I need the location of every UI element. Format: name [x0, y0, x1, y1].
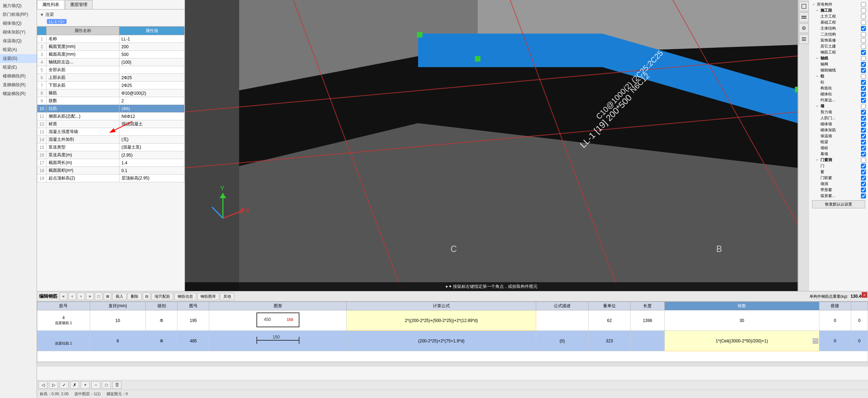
restore-default-button[interactable]: 恢复默认认设置 [812, 200, 865, 208]
rebar-formula[interactable]: 2*((200-2*25)+(500-2*25))+2*(12.89*d) [347, 310, 536, 331]
tree-child-带形窗[interactable]: 带形窗 [811, 187, 867, 193]
btn-rb4[interactable]: ✗ [70, 381, 79, 389]
section-checkbox[interactable] [861, 104, 866, 109]
tree-child-暗梁[interactable]: 暗梁 [811, 139, 867, 145]
prop-row-value[interactable] [119, 128, 184, 136]
tree-section-header[interactable]: − 墙 [811, 103, 867, 109]
sidebar-item-stair-r2[interactable]: 直梯梯段(R) [0, 81, 37, 89]
prop-row-4[interactable]: 4 轴线距左边... (100) [37, 58, 185, 66]
btn-rb7[interactable]: □ [102, 381, 111, 389]
prop-row-value[interactable]: (无) [119, 136, 184, 144]
tab-layer-mgmt[interactable]: 图层管理 [65, 0, 93, 9]
tree-section-header[interactable]: − 施工段 [811, 7, 867, 13]
collapse-icon[interactable]: − [815, 56, 820, 61]
prop-row-value[interactable]: LL-1 [119, 35, 184, 43]
tree-child-墙洞[interactable]: 墙洞 [811, 181, 867, 187]
rebar-count[interactable]: 1*(Ceil((3000-2*50)/200)+1) … [664, 331, 819, 351]
child-checkbox[interactable] [861, 44, 866, 49]
tree-child-装饰装修[interactable]: 装饰装修 [811, 37, 867, 43]
prop-row-value[interactable]: 1.4 [119, 159, 184, 167]
tree-child-剪力墙[interactable]: 剪力墙 [811, 109, 867, 115]
prop-row-12[interactable]: 12 材质 现浇混凝土 [37, 120, 185, 128]
btn-rb2[interactable]: ▷ [49, 381, 58, 389]
prop-row-9[interactable]: 9 肢数 2 [37, 97, 185, 105]
btn-rb8[interactable]: ☰ [112, 381, 122, 389]
close-rebar-panel[interactable]: × [862, 292, 867, 298]
btn-delete[interactable]: 删除 [128, 293, 142, 300]
child-checkbox[interactable] [861, 92, 866, 97]
icon-gear[interactable] [799, 23, 809, 33]
rebar-formula[interactable]: (200-2*25)+2*(75+1.9*d) [347, 331, 536, 351]
prop-row-value[interactable]: (100) [119, 58, 184, 66]
tree-child-弧形窗...[interactable]: 弧形窗... [811, 193, 867, 199]
icon-select[interactable] [799, 1, 809, 11]
btn-rb3[interactable]: ✓ [60, 381, 69, 389]
section-checkbox[interactable] [861, 8, 866, 13]
tree-child-砌体墙[interactable]: 砌体墙 [811, 121, 867, 127]
checkbox-all[interactable] [861, 2, 866, 7]
child-checkbox[interactable] [861, 188, 866, 192]
prop-row-11[interactable]: 11 侧面从筋(总配...) N6Φ12 [37, 113, 185, 120]
prop-row-value[interactable]: (2.95) [119, 151, 184, 159]
tree-child-辅助轴线[interactable]: 辅助轴线 [811, 67, 867, 73]
prop-row-3[interactable]: 3 截面高度(mm) 500 [37, 51, 185, 58]
tree-child-土方工程[interactable]: 土方工程 [811, 13, 867, 19]
section-checkbox[interactable] [861, 74, 866, 79]
child-checkbox[interactable] [861, 26, 866, 31]
child-checkbox[interactable] [861, 194, 866, 198]
prop-row-16[interactable]: 16 泵送高度(m) (2.95) [37, 151, 185, 159]
icon-scale[interactable]: ⊟ [143, 292, 150, 300]
child-checkbox[interactable] [861, 164, 866, 169]
sidebar-item-body[interactable]: 砌体墙(Q) [0, 19, 37, 28]
sidebar-item-load[interactable]: 施力墙(Q) [0, 1, 37, 10]
icon-list[interactable] [799, 34, 809, 44]
tree-child-窗[interactable]: 窗 [811, 169, 867, 175]
tree-section-header[interactable]: − 轴线 [811, 55, 867, 61]
sidebar-item-beam-a[interactable]: 暗梁(A) [0, 45, 37, 54]
tree-child-柱[interactable]: 柱 [811, 79, 867, 85]
child-checkbox[interactable] [861, 38, 866, 43]
collapse-icon[interactable]: − [815, 104, 820, 109]
prop-row-value[interactable]: 2Φ25 [119, 82, 184, 89]
btn-rebar-lib[interactable]: 钢筋图库 [197, 293, 219, 300]
tree-child-保温墙[interactable]: 保温墙 [811, 133, 867, 139]
viewport[interactable]: LL-1 [19] 200*500 C10@1000(2) (2C25:2C25… [185, 0, 798, 291]
prop-row-13[interactable]: 13 混凝土强度等级 [37, 128, 185, 136]
tree-child-二次结构[interactable]: 二次结构 [811, 31, 867, 37]
prop-row-value[interactable]: 500 [119, 51, 184, 58]
prop-row-15[interactable]: 15 泵送类型 (混凝土泵) [37, 144, 185, 151]
tree-child-门联窗[interactable]: 门联窗 [811, 175, 867, 181]
child-checkbox[interactable] [861, 68, 866, 73]
btn-rebar-info[interactable]: 钢筋信息 [174, 293, 196, 300]
child-checkbox[interactable] [861, 98, 866, 103]
sidebar-item-beam-e[interactable]: 暗梁(E) [0, 63, 37, 72]
collapse-icon[interactable]: − [815, 8, 820, 13]
child-checkbox[interactable] [861, 140, 866, 145]
prop-row-value[interactable]: 2 [119, 97, 184, 105]
collapse-icon[interactable]: − [815, 158, 820, 163]
icon-copy[interactable]: □ [95, 292, 103, 300]
prop-row-value[interactable] [119, 66, 184, 74]
child-checkbox[interactable] [861, 182, 866, 187]
tree-child-墙砖[interactable]: 墙砖 [811, 145, 867, 151]
btn-scale-rebar[interactable]: 缩尺配筋 [151, 293, 173, 300]
tab-property-list[interactable]: 属性列表 [37, 0, 64, 9]
prop-row-7[interactable]: 7 下部从筋 2Φ25 [37, 82, 185, 89]
prop-row-value[interactable]: (Φ6) [119, 105, 184, 113]
prop-row-19[interactable]: 19 起点顶标高(2) 层顶标高(2.95) [37, 175, 185, 182]
tree-child-约束边...[interactable]: 约束边... [811, 97, 867, 103]
tree-child-幕墙[interactable]: 幕墙 [811, 151, 867, 157]
btn-other[interactable]: 其他 [220, 293, 234, 300]
prop-row-17[interactable]: 17 截面周长(m) 1.4 [37, 159, 185, 167]
tree-all-components[interactable]: − 所有构件 [811, 1, 867, 7]
child-checkbox[interactable] [861, 128, 866, 133]
prop-row-value[interactable]: N6Φ12 [119, 113, 184, 120]
nav-prev[interactable]: ‹ [68, 292, 76, 300]
icon-paste[interactable]: ⊞ [104, 292, 111, 300]
tree-child-钢筋工程[interactable]: 钢筋工程 [811, 49, 867, 55]
tree-section-header[interactable]: − 门窗洞 [811, 157, 867, 163]
prop-row-18[interactable]: 18 截面面积(m²) 0.1 [37, 167, 185, 175]
tree-child-门[interactable]: 门 [811, 163, 867, 169]
child-checkbox[interactable] [861, 32, 866, 37]
prop-row-value[interactable]: 现浇混凝土 [119, 120, 184, 128]
